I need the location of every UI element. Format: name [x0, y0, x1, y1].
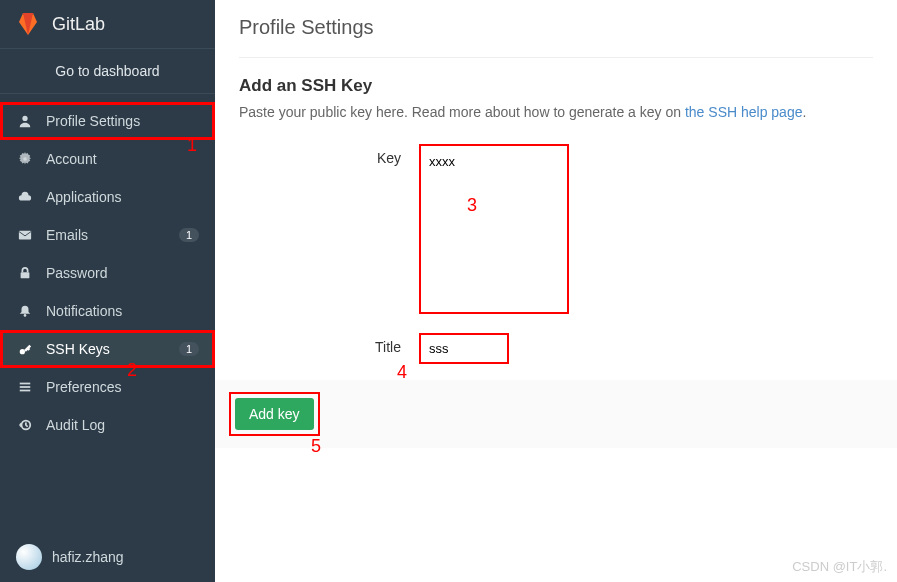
sidebar-item-preferences[interactable]: Preferences — [0, 368, 215, 406]
title-input[interactable] — [419, 333, 509, 364]
sidebar-item-audit-log[interactable]: Audit Log — [0, 406, 215, 444]
sidebar-item-label: SSH Keys — [46, 341, 179, 357]
envelope-icon — [16, 226, 34, 244]
ssh-help-link[interactable]: the SSH help page — [685, 104, 803, 120]
main-content: Profile Settings Add an SSH Key Paste yo… — [215, 0, 897, 582]
sidebar-item-emails[interactable]: Emails 1 — [0, 216, 215, 254]
brand-header: GitLab — [0, 0, 215, 48]
section-title: Add an SSH Key — [239, 76, 873, 96]
submit-row: Add key — [215, 380, 897, 448]
svg-rect-3 — [21, 272, 30, 278]
lock-icon — [16, 264, 34, 282]
cloud-icon — [16, 188, 34, 206]
sidebar-item-label: Emails — [46, 227, 179, 243]
key-icon — [16, 340, 34, 358]
gear-icon — [16, 150, 34, 168]
sidebar-item-label: Account — [46, 151, 199, 167]
sidebar-item-label: Audit Log — [46, 417, 199, 433]
key-label: Key — [239, 144, 419, 166]
user-name: hafiz.zhang — [52, 549, 124, 565]
sidebar-user[interactable]: hafiz.zhang — [0, 532, 215, 582]
sidebar-nav: Profile Settings Account Applications Em… — [0, 94, 215, 532]
sidebar-item-ssh-keys[interactable]: SSH Keys 1 — [0, 330, 215, 368]
svg-rect-2 — [19, 231, 31, 240]
gitlab-logo-icon — [16, 12, 40, 36]
sidebar-item-applications[interactable]: Applications — [0, 178, 215, 216]
go-to-dashboard-link[interactable]: Go to dashboard — [0, 48, 215, 94]
sidebar-item-account[interactable]: Account — [0, 140, 215, 178]
svg-rect-6 — [20, 383, 31, 385]
watermark: CSDN @IT小郭. — [792, 558, 887, 576]
sidebar-badge: 1 — [179, 342, 199, 356]
sidebar-item-label: Password — [46, 265, 199, 281]
key-row: Key xxxx — [239, 144, 873, 317]
sidebar-badge: 1 — [179, 228, 199, 242]
sidebar: GitLab Go to dashboard Profile Settings … — [0, 0, 215, 582]
sidebar-item-label: Preferences — [46, 379, 199, 395]
page-title: Profile Settings — [239, 16, 873, 39]
sidebar-item-notifications[interactable]: Notifications — [0, 292, 215, 330]
history-icon — [16, 416, 34, 434]
brand-title: GitLab — [52, 14, 105, 35]
svg-point-0 — [22, 116, 27, 121]
sidebar-item-profile-settings[interactable]: Profile Settings — [0, 102, 215, 140]
sidebar-item-label: Profile Settings — [46, 113, 199, 129]
sidebar-item-password[interactable]: Password — [0, 254, 215, 292]
key-input[interactable]: xxxx — [419, 144, 569, 314]
sliders-icon — [16, 378, 34, 396]
add-ssh-key-section: Add an SSH Key Paste your public key her… — [239, 57, 873, 448]
title-label: Title — [239, 333, 419, 355]
svg-rect-7 — [20, 386, 31, 388]
sidebar-item-label: Notifications — [46, 303, 199, 319]
sidebar-item-label: Applications — [46, 189, 199, 205]
add-key-button[interactable]: Add key — [235, 398, 314, 430]
title-row: Title — [239, 333, 873, 364]
svg-point-4 — [24, 314, 27, 317]
help-text: Paste your public key here. Read more ab… — [239, 104, 873, 120]
user-icon — [16, 112, 34, 130]
bell-icon — [16, 302, 34, 320]
svg-rect-8 — [20, 390, 31, 392]
avatar — [16, 544, 42, 570]
